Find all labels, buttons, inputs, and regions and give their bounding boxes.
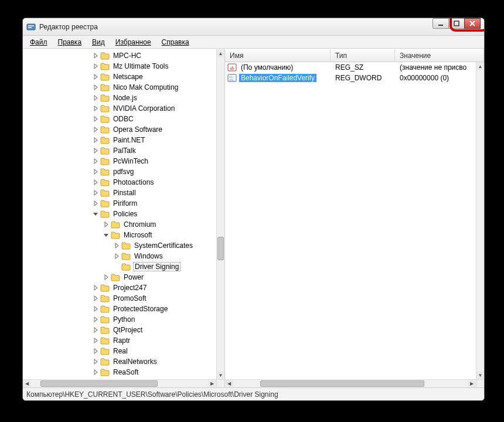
tree-vertical-scrollbar[interactable]: ▲ ▼ — [216, 49, 224, 379]
menu-file[interactable]: Файл — [25, 37, 52, 47]
tree-horizontal-scrollbar[interactable]: ◀ ▶ — [23, 379, 216, 387]
tree-node[interactable]: Chromium — [23, 219, 216, 230]
scroll-right-button[interactable]: ▶ — [208, 380, 216, 387]
tree-node[interactable]: Policies — [23, 209, 216, 219]
expander-icon[interactable] — [92, 52, 99, 59]
expander-icon[interactable] — [92, 94, 99, 101]
expander-icon[interactable] — [103, 221, 110, 228]
menu-help[interactable]: Справка — [157, 37, 194, 47]
expander-icon[interactable] — [92, 73, 99, 80]
title-bar[interactable]: Редактор реестра — [23, 18, 484, 36]
expander-icon[interactable] — [92, 326, 99, 333]
scroll-left-button[interactable]: ◀ — [225, 380, 233, 387]
tree-node[interactable]: Photoactions — [23, 177, 216, 188]
tree-node[interactable]: pdfsvg — [23, 166, 216, 177]
expander-icon[interactable] — [103, 274, 110, 281]
expander-icon[interactable] — [92, 337, 99, 344]
scroll-up-button[interactable]: ▲ — [476, 62, 484, 70]
scroll-thumb[interactable] — [40, 380, 158, 387]
tree-node[interactable]: Windows — [23, 251, 216, 261]
tree-node[interactable]: PromoSoft — [23, 293, 216, 304]
tree-node[interactable]: Raptr — [23, 335, 216, 346]
expander-icon[interactable] — [92, 358, 99, 365]
expander-icon[interactable] — [92, 316, 99, 323]
tree-node[interactable]: Node.js — [23, 93, 216, 103]
svg-text:110: 110 — [229, 79, 234, 81]
scroll-down-button[interactable]: ▼ — [217, 371, 224, 379]
expander-icon[interactable] — [92, 295, 99, 302]
tree-node[interactable]: PalTalk — [23, 145, 216, 156]
column-header[interactable]: Имя Тип Значение — [225, 49, 484, 62]
scroll-down-button[interactable]: ▼ — [476, 371, 484, 379]
menu-favorites[interactable]: Избранное — [111, 37, 156, 47]
tree-node[interactable]: Piriform — [23, 198, 216, 209]
tree-node[interactable]: PcWinTech — [23, 156, 216, 166]
tree-node[interactable]: Driver Signing — [23, 261, 216, 272]
tree-node[interactable]: Pinstall — [23, 188, 216, 198]
tree-node[interactable]: ProtectedStorage — [23, 304, 216, 314]
tree-node[interactable]: Nico Mak Computing — [23, 82, 216, 93]
maximize-button[interactable] — [448, 18, 465, 29]
expander-icon[interactable] — [92, 348, 99, 355]
expander-icon[interactable] — [92, 147, 99, 154]
expander-icon[interactable] — [92, 168, 99, 175]
expander-icon[interactable] — [92, 115, 99, 122]
expander-icon[interactable] — [113, 263, 120, 270]
scroll-thumb[interactable] — [217, 237, 224, 260]
tree-node[interactable]: QtProject — [23, 325, 216, 335]
tree-node[interactable]: Paint.NET — [23, 135, 216, 145]
tree-node[interactable]: RealNetworks — [23, 356, 216, 367]
expander-icon[interactable] — [92, 158, 99, 165]
scroll-up-button[interactable]: ▲ — [217, 49, 224, 57]
tree-node[interactable]: ODBC — [23, 114, 216, 124]
minimize-button[interactable] — [433, 18, 449, 29]
tree-node[interactable]: Mz Ultimate Tools — [23, 61, 216, 72]
expander-icon[interactable] — [92, 126, 99, 133]
folder-icon — [111, 273, 120, 281]
menu-view[interactable]: Вид — [87, 37, 110, 47]
column-type[interactable]: Тип — [331, 49, 395, 62]
expander-icon[interactable] — [92, 200, 99, 207]
column-value[interactable]: Значение — [395, 49, 484, 62]
tree-node[interactable]: Python — [23, 314, 216, 325]
expander-icon[interactable] — [92, 63, 99, 70]
tree-node-label: Paint.NET — [112, 136, 147, 144]
tree-node[interactable]: ReaSoft — [23, 367, 216, 377]
list-horizontal-scrollbar[interactable]: ◀ ▶ — [225, 379, 476, 387]
expander-icon[interactable] — [113, 242, 120, 249]
menu-edit[interactable]: Правка — [53, 37, 87, 47]
value-data: 0x00000000 (0) — [395, 74, 476, 82]
expander-icon[interactable] — [92, 105, 99, 112]
expander-icon[interactable] — [92, 179, 99, 186]
expander-icon[interactable] — [92, 210, 99, 217]
expander-icon[interactable] — [92, 137, 99, 144]
expander-icon[interactable] — [92, 369, 99, 376]
tree-node[interactable]: Power — [23, 272, 216, 283]
scroll-left-button[interactable]: ◀ — [23, 380, 31, 387]
column-name[interactable]: Имя — [225, 49, 331, 62]
close-button[interactable] — [464, 18, 481, 29]
tree-node[interactable]: SystemCertificates — [23, 240, 216, 251]
expander-icon[interactable] — [92, 84, 99, 91]
expander-icon[interactable] — [113, 253, 120, 260]
menu-bar: Файл Правка Вид Избранное Справка — [23, 36, 484, 49]
tree-node[interactable]: Real — [23, 346, 216, 356]
folder-icon — [100, 347, 110, 355]
expander-icon[interactable] — [103, 232, 110, 239]
registry-tree[interactable]: MPC-HCMz Ultimate ToolsNetscapeNico Mak … — [23, 49, 216, 379]
expander-icon[interactable] — [92, 305, 99, 312]
expander-icon[interactable] — [92, 189, 99, 196]
expander-icon[interactable] — [92, 284, 99, 291]
value-row[interactable]: ab(По умолчанию)REG_SZ(значение не присв… — [225, 62, 476, 73]
scroll-thumb[interactable] — [260, 380, 424, 387]
scroll-right-button[interactable]: ▶ — [468, 380, 476, 387]
value-row[interactable]: 011110BehaviorOnFailedVerifyREG_DWORD0x0… — [225, 73, 476, 83]
tree-node[interactable]: Netscape — [23, 72, 216, 82]
tree-node[interactable]: Microsoft — [23, 230, 216, 240]
tree-node[interactable]: NVIDIA Corporation — [23, 103, 216, 114]
list-vertical-scrollbar[interactable]: ▲ ▼ — [476, 62, 484, 379]
tree-node[interactable]: MPC-HC — [23, 50, 216, 61]
values-list[interactable]: ab(По умолчанию)REG_SZ(значение не присв… — [225, 62, 476, 379]
tree-node[interactable]: Project247 — [23, 283, 216, 293]
tree-node[interactable]: Opera Software — [23, 124, 216, 135]
